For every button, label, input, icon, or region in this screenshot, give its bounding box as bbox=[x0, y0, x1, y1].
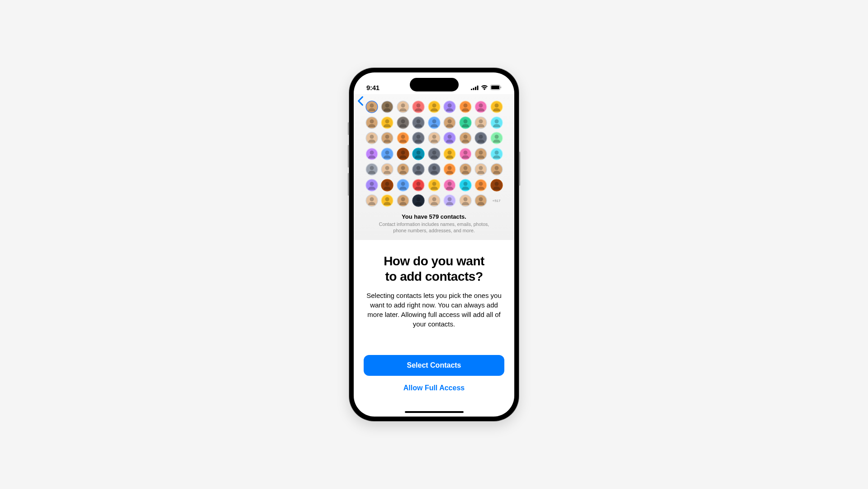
svg-point-44 bbox=[370, 135, 374, 139]
svg-point-26 bbox=[370, 119, 374, 123]
svg-point-28 bbox=[385, 119, 389, 123]
button-section: Select Contacts Allow Full Access bbox=[364, 355, 504, 398]
contact-avatar bbox=[443, 116, 456, 129]
contact-avatar bbox=[428, 101, 441, 113]
svg-point-48 bbox=[401, 135, 405, 139]
contact-avatar bbox=[397, 163, 409, 176]
contact-avatar bbox=[474, 101, 487, 113]
contact-avatar bbox=[365, 194, 378, 207]
contact-avatar bbox=[381, 101, 394, 113]
contact-avatar bbox=[381, 194, 394, 207]
svg-point-22 bbox=[479, 104, 483, 108]
phone-screen: 9:41 bbox=[354, 72, 514, 417]
top-section: +517 You have 579 contacts. Contact info… bbox=[354, 94, 514, 240]
svg-point-112 bbox=[479, 182, 483, 186]
svg-point-38 bbox=[463, 119, 467, 123]
svg-point-74 bbox=[463, 150, 467, 154]
svg-point-86 bbox=[417, 166, 421, 170]
cellular-signal-icon bbox=[471, 85, 479, 90]
contact-avatar bbox=[443, 179, 456, 192]
contact-avatar bbox=[459, 179, 472, 192]
svg-point-62 bbox=[370, 150, 374, 154]
contact-avatar bbox=[412, 116, 425, 129]
svg-point-34 bbox=[432, 119, 436, 123]
contact-avatar bbox=[412, 148, 425, 160]
svg-point-102 bbox=[401, 182, 405, 186]
svg-point-94 bbox=[479, 166, 483, 170]
svg-point-82 bbox=[385, 166, 389, 170]
svg-point-10 bbox=[385, 104, 389, 108]
contact-avatar bbox=[459, 148, 472, 160]
svg-point-58 bbox=[479, 135, 483, 139]
svg-point-12 bbox=[401, 104, 405, 108]
svg-point-40 bbox=[479, 119, 483, 123]
contact-avatar bbox=[397, 179, 409, 192]
svg-point-122 bbox=[417, 197, 421, 201]
select-contacts-button[interactable]: Select Contacts bbox=[364, 355, 504, 376]
status-right bbox=[471, 85, 502, 90]
svg-point-18 bbox=[448, 104, 452, 108]
svg-rect-6 bbox=[501, 86, 502, 88]
contact-avatar bbox=[365, 148, 378, 160]
mute-switch bbox=[348, 122, 349, 135]
avatar-grid: +517 bbox=[362, 100, 506, 207]
contact-avatar bbox=[381, 116, 394, 129]
svg-point-80 bbox=[370, 166, 374, 170]
contact-avatar bbox=[443, 163, 456, 176]
contact-avatar bbox=[397, 194, 409, 207]
contact-avatar bbox=[428, 194, 441, 207]
svg-point-60 bbox=[494, 135, 498, 139]
back-button[interactable] bbox=[357, 96, 364, 109]
contacts-count: You have 579 contacts. bbox=[362, 213, 506, 220]
svg-point-24 bbox=[494, 104, 498, 108]
svg-point-120 bbox=[401, 197, 405, 201]
contact-avatar bbox=[412, 194, 425, 207]
svg-point-96 bbox=[494, 166, 498, 170]
svg-point-16 bbox=[432, 104, 436, 108]
contact-avatar bbox=[474, 132, 487, 144]
contact-avatar bbox=[459, 163, 472, 176]
contact-avatar bbox=[443, 101, 456, 113]
contact-avatar bbox=[397, 101, 409, 113]
svg-point-76 bbox=[479, 150, 483, 154]
svg-point-110 bbox=[463, 182, 467, 186]
contact-avatar bbox=[474, 163, 487, 176]
contact-avatar bbox=[474, 194, 487, 207]
contact-avatar bbox=[428, 179, 441, 192]
svg-point-126 bbox=[448, 197, 452, 201]
contact-avatar bbox=[474, 116, 487, 129]
contact-avatar bbox=[490, 116, 503, 129]
contact-avatar bbox=[428, 132, 441, 144]
allow-full-access-button[interactable]: Allow Full Access bbox=[364, 378, 504, 398]
svg-point-70 bbox=[432, 150, 436, 154]
contact-avatar bbox=[490, 163, 503, 176]
more-contacts-count: +517 bbox=[490, 194, 503, 207]
contact-avatar bbox=[365, 179, 378, 192]
contact-avatar bbox=[490, 179, 503, 192]
svg-rect-5 bbox=[491, 86, 499, 89]
contact-avatar bbox=[397, 132, 409, 144]
contact-avatar bbox=[412, 132, 425, 144]
phone-frame: 9:41 bbox=[349, 68, 519, 421]
svg-point-68 bbox=[417, 150, 421, 154]
svg-point-54 bbox=[448, 135, 452, 139]
contact-avatar bbox=[365, 132, 378, 144]
contact-avatar bbox=[397, 148, 409, 160]
contact-avatar bbox=[365, 163, 378, 176]
svg-point-92 bbox=[463, 166, 467, 170]
status-time: 9:41 bbox=[366, 84, 379, 91]
home-indicator[interactable] bbox=[405, 411, 464, 413]
contact-avatar bbox=[397, 116, 409, 129]
contact-avatar bbox=[443, 132, 456, 144]
contact-avatar bbox=[474, 179, 487, 192]
volume-up bbox=[348, 145, 349, 168]
contact-avatar bbox=[459, 194, 472, 207]
svg-rect-1 bbox=[473, 88, 474, 90]
contact-avatar bbox=[459, 116, 472, 129]
contact-avatar bbox=[381, 132, 394, 144]
contact-avatar bbox=[365, 101, 378, 113]
svg-point-108 bbox=[448, 182, 452, 186]
contacts-summary: You have 579 contacts. Contact informati… bbox=[362, 213, 506, 234]
volume-down bbox=[348, 173, 349, 196]
svg-point-8 bbox=[370, 104, 374, 108]
